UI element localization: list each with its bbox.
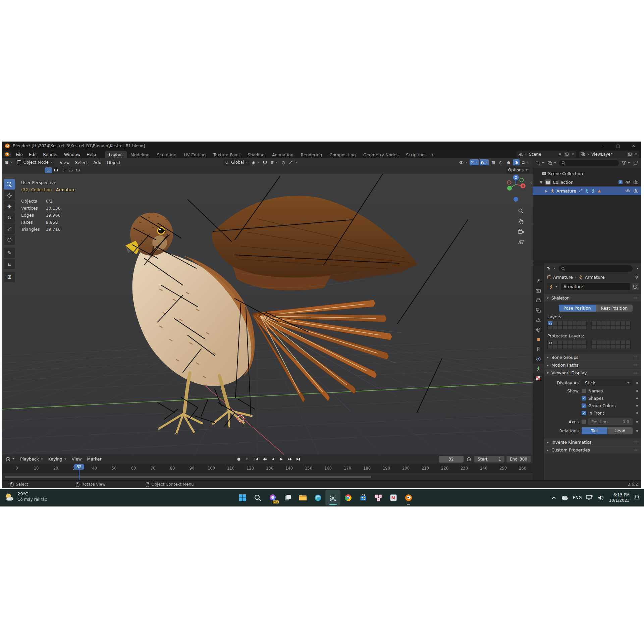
checkbox-names[interactable] — [582, 389, 586, 393]
properties-nav-icon[interactable] — [546, 266, 556, 272]
layer-cell[interactable] — [611, 340, 616, 344]
layer-cell[interactable] — [591, 325, 596, 330]
menu-render[interactable]: Render — [40, 151, 61, 158]
medibang-icon[interactable]: M — [386, 490, 401, 505]
layer-cell[interactable] — [582, 325, 587, 330]
layer-cell[interactable] — [557, 344, 562, 349]
select-paint-icon[interactable] — [74, 167, 82, 173]
layer-cell[interactable] — [596, 340, 601, 344]
collection-expander-icon[interactable]: ▼ — [539, 180, 543, 184]
select-circle-icon[interactable] — [60, 167, 67, 173]
search-icon[interactable] — [250, 490, 265, 505]
layer-cell[interactable] — [626, 340, 631, 344]
properties-filter-dropdown[interactable] — [635, 266, 639, 271]
props-tab-view-layer-icon[interactable] — [533, 305, 544, 315]
select-box-icon[interactable] — [45, 167, 52, 173]
layer-cell[interactable] — [572, 325, 577, 330]
options-dropdown[interactable]: Options — [506, 167, 529, 173]
props-tab-output-icon[interactable] — [533, 296, 544, 305]
mode-selector[interactable]: Object Mode — [15, 159, 54, 166]
minimize-button[interactable]: – — [595, 142, 610, 150]
layer-cell[interactable] — [548, 321, 553, 325]
props-tab-constraints-icon[interactable] — [533, 344, 544, 354]
layer-cell[interactable] — [567, 321, 572, 325]
shading-solid-icon[interactable]: ● — [505, 159, 512, 165]
kestrel-model[interactable] — [125, 196, 417, 436]
layer-cell[interactable] — [582, 340, 587, 344]
play-reverse-icon[interactable] — [269, 456, 277, 462]
viewport-menu-select[interactable]: Select — [72, 159, 91, 166]
panel-custom-properties[interactable]: ▸Custom Properties∷∷ — [544, 446, 641, 453]
layer-cell[interactable] — [582, 321, 587, 325]
layer-cell[interactable] — [606, 340, 611, 344]
scene-name[interactable]: Scene — [529, 152, 558, 157]
new-collection-icon[interactable] — [633, 160, 639, 166]
layer-cell[interactable] — [611, 325, 616, 330]
jump-to-end-icon[interactable] — [294, 456, 302, 462]
tab-shading[interactable]: Shading — [244, 151, 268, 158]
layer-cell[interactable] — [562, 325, 568, 330]
camera-view-icon[interactable] — [518, 229, 524, 234]
layer-cell[interactable] — [606, 325, 611, 330]
onedrive-cloud-icon[interactable] — [560, 495, 569, 500]
navigation-gizmo[interactable]: Z X — [505, 174, 527, 203]
network-display-icon[interactable] — [586, 495, 593, 501]
decorator-dot[interactable] — [636, 390, 638, 392]
armature-name-field[interactable]: Armature — [561, 283, 630, 290]
tab-geometry-nodes[interactable]: Geometry Nodes — [360, 151, 402, 158]
layer-cell[interactable] — [611, 344, 616, 349]
tool-move-icon[interactable]: ✥ — [4, 201, 15, 212]
tool-measure-icon[interactable]: ⦜ — [4, 259, 15, 269]
armature-expander-icon[interactable]: ▶ — [544, 189, 549, 193]
props-tab-object-data-icon[interactable] — [533, 364, 544, 373]
layer-cell[interactable] — [572, 340, 577, 344]
language-indicator[interactable]: ENG — [573, 495, 582, 500]
viewport-menu-view[interactable]: View — [57, 159, 72, 166]
xray-toggle-icon[interactable]: ▩ — [490, 159, 496, 165]
timeline-scrollbar[interactable] — [5, 476, 371, 478]
unikey-icon[interactable]: UIR — [371, 490, 386, 505]
layer-cell[interactable] — [591, 344, 596, 349]
blender-taskbar-icon[interactable] — [401, 490, 416, 505]
outliner-row-collection[interactable]: ▼ Collection — [533, 178, 641, 186]
layer-cell[interactable] — [553, 325, 558, 330]
frame-start-field[interactable]: Start1 — [474, 456, 504, 463]
hide-eye-icon[interactable] — [625, 180, 631, 184]
layer-cell[interactable] — [582, 344, 587, 349]
auto-keying-icon[interactable] — [235, 456, 243, 462]
timeline-menu-marker[interactable]: Marker — [84, 456, 104, 462]
copilot-icon[interactable]: PRE — [265, 490, 280, 505]
menu-help[interactable]: Help — [84, 151, 99, 158]
decorator-dot[interactable] — [636, 397, 638, 399]
edge-icon[interactable] — [310, 490, 325, 505]
layer-cell[interactable] — [562, 321, 568, 325]
new-scene-icon[interactable] — [564, 152, 570, 157]
outliner-search-input[interactable] — [559, 160, 619, 166]
microsoft-store-icon[interactable] — [356, 490, 371, 505]
viewlayer-name[interactable]: ViewLayer — [591, 152, 627, 157]
protected-layers-grid[interactable] — [544, 340, 641, 349]
layer-cell[interactable] — [577, 344, 582, 349]
tab-animation[interactable]: Animation — [268, 151, 297, 158]
menu-file[interactable]: File — [13, 151, 26, 158]
tab-scripting[interactable]: Scripting — [402, 151, 428, 158]
editor-type-icon[interactable]: ▣ — [4, 159, 13, 165]
layer-cell[interactable] — [572, 344, 577, 349]
layer-cell[interactable] — [621, 340, 626, 344]
layer-cell[interactable] — [596, 344, 601, 349]
overlays-toggle-icon[interactable]: ◐ — [480, 159, 489, 165]
proportional-editing-icon[interactable]: ◎ — [280, 159, 287, 165]
layer-cell[interactable] — [591, 321, 596, 325]
transform-orientation[interactable]: Global — [223, 159, 250, 166]
layer-cell[interactable] — [616, 340, 621, 344]
gizmo-minus-z-axis[interactable] — [514, 197, 518, 202]
current-frame-field[interactable]: 32 — [439, 456, 464, 463]
add-workspace-button[interactable]: + — [428, 151, 436, 158]
unlink-scene-icon[interactable]: ✕ — [571, 152, 575, 157]
props-tab-tool-icon[interactable] — [533, 276, 544, 286]
file-explorer-icon[interactable] — [295, 490, 310, 505]
hidden-icons-chevron[interactable] — [551, 496, 556, 499]
props-tab-scene-icon[interactable] — [533, 315, 544, 325]
layer-cell[interactable] — [596, 325, 601, 330]
collection-checkbox[interactable] — [619, 180, 623, 184]
